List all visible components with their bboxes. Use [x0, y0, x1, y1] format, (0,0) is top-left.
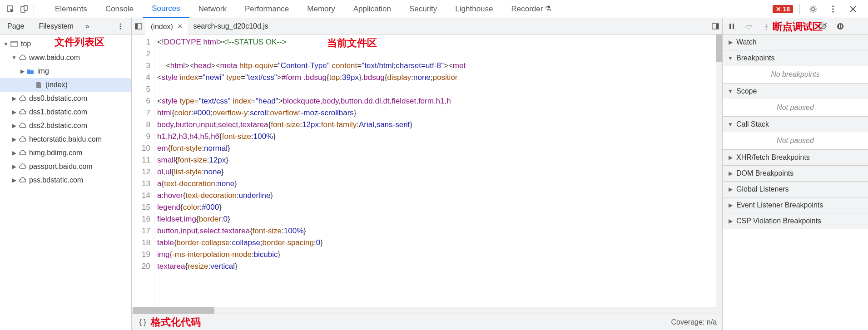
pane-header[interactable]: ▶DOM Breakpoints	[723, 166, 868, 181]
tree-item[interactable]: ▶dss1.bdstatic.com	[0, 105, 131, 119]
panel-tab-performance[interactable]: Performance	[236, 0, 298, 18]
debugger-pane: ▶XHR/fetch Breakpoints	[723, 150, 868, 166]
file-tabs: (index)×search-sug_d20c10d.js	[132, 18, 722, 34]
inspect-element-icon[interactable]	[4, 2, 17, 16]
navigator-menu-icon[interactable]	[109, 23, 131, 30]
panel-tab-console[interactable]: Console	[96, 0, 143, 18]
svg-rect-13	[135, 24, 138, 29]
pane-body: Not paused	[723, 132, 868, 149]
navigator-tab-page[interactable]: Page	[0, 18, 31, 34]
cloud-icon	[18, 108, 26, 116]
file-tab[interactable]: (index)×	[145, 18, 188, 34]
close-tab-icon[interactable]: ×	[178, 22, 183, 31]
tree-item-label: passport.baidu.com	[29, 163, 93, 171]
error-count: 18	[783, 5, 790, 13]
panel-tab-lighthouse[interactable]: Lighthouse	[446, 0, 502, 18]
line-gutter[interactable]: 1234567891011121314151617181920	[132, 34, 154, 307]
tree-item[interactable]: ▶hectorstatic.baidu.com	[0, 133, 131, 146]
pane-body: No breakpoints	[723, 66, 868, 83]
vertical-scrollbar[interactable]	[716, 34, 722, 307]
pretty-print-icon[interactable]: { }	[137, 317, 148, 328]
pane-body: Not paused	[723, 99, 868, 116]
code-area[interactable]: <!DOCTYPE html><!--STATUS OK--> <html><h…	[154, 34, 722, 307]
pane-header[interactable]: ▶Global Listeners	[723, 182, 868, 197]
debugger-pane: ▶CSP Violation Breakpoints	[723, 213, 868, 229]
svg-rect-16	[729, 24, 731, 29]
step-out-icon[interactable]	[777, 20, 790, 33]
tree-item[interactable]: ▼www.baidu.com	[0, 51, 131, 64]
navigator-tab-filesystem[interactable]: Filesystem	[31, 18, 80, 34]
panel-tab-application[interactable]: Application	[344, 0, 400, 18]
pause-on-exceptions-icon[interactable]	[834, 20, 847, 33]
file-tab[interactable]: search-sug_d20c10d.js	[188, 18, 273, 34]
svg-rect-25	[841, 25, 842, 28]
debugger-toolbar	[723, 18, 868, 34]
tree-item[interactable]: ▶dss0.bdstatic.com	[0, 92, 131, 105]
more-menu-icon[interactable]	[826, 2, 840, 16]
error-indicator[interactable]: ✕18	[773, 5, 793, 13]
panel-tab-recorder[interactable]: Recorder ⚗	[502, 0, 561, 18]
svg-rect-24	[839, 25, 840, 28]
pane-header[interactable]: ▶XHR/fetch Breakpoints	[723, 150, 868, 165]
cloud-icon	[18, 163, 26, 171]
debugger-pane: ▼ScopeNot paused	[723, 84, 868, 117]
pane-header[interactable]: ▼Call Stack	[723, 117, 868, 132]
tree-item[interactable]: ▶passport.baidu.com	[0, 160, 131, 173]
source-panel: (index)×search-sug_d20c10d.js 1234567891…	[132, 18, 723, 330]
tree-item[interactable]: ▶pss.bdstatic.com	[0, 173, 131, 187]
code-editor[interactable]: 1234567891011121314151617181920 <!DOCTYP…	[132, 34, 722, 307]
pane-header[interactable]: ▶Event Listener Breakpoints	[723, 197, 868, 213]
pane-header[interactable]: ▶Watch	[723, 34, 868, 50]
panel-tab-security[interactable]: Security	[400, 0, 446, 18]
navigator-tabs-more-icon[interactable]: »	[81, 22, 94, 30]
svg-point-19	[766, 29, 767, 30]
tree-item-label: www.baidu.com	[29, 54, 80, 62]
file-tree: 文件列表区 ▼top▼www.baidu.com▶img(index)▶dss0…	[0, 34, 131, 330]
panel-tab-memory[interactable]: Memory	[298, 0, 344, 18]
tree-item[interactable]: ▶himg.bdimg.com	[0, 146, 131, 160]
separator	[812, 22, 812, 31]
horizontal-scrollbar[interactable]	[132, 307, 722, 314]
deactivate-breakpoints-icon[interactable]	[817, 20, 829, 33]
pause-icon[interactable]	[725, 20, 738, 33]
svg-point-18	[748, 28, 749, 29]
cloud-icon	[18, 54, 26, 62]
tree-item[interactable]: ▶img	[0, 64, 131, 78]
toggle-debugger-icon[interactable]	[709, 22, 722, 30]
step-into-icon[interactable]	[760, 20, 773, 33]
pane-header[interactable]: ▼Breakpoints	[723, 50, 868, 66]
pane-label: Watch	[736, 38, 757, 46]
cloud-icon	[18, 122, 26, 130]
debugger-pane: ▶Watch	[723, 34, 868, 50]
settings-icon[interactable]	[806, 2, 820, 16]
svg-rect-17	[733, 24, 734, 29]
devtools-toolbar: ElementsConsoleSourcesNetworkPerformance…	[0, 0, 868, 18]
debugger-pane: ▼Call StackNot paused	[723, 117, 868, 150]
pane-header[interactable]: ▼Scope	[723, 84, 868, 99]
tree-item[interactable]: ▼top	[0, 37, 131, 51]
editor-status-bar: { } 格式化代码 Coverage: n/a	[132, 314, 722, 330]
svg-point-21	[798, 25, 799, 27]
panel-tab-network[interactable]: Network	[189, 0, 236, 18]
tree-item-label: top	[21, 40, 31, 48]
cloud-icon	[18, 135, 26, 143]
panel-tab-elements[interactable]: Elements	[46, 0, 96, 18]
debugger-panel: 断点调试区 ▶Watch▼BreakpointsNo breakpoints▼S…	[723, 18, 868, 330]
svg-point-3	[812, 8, 814, 10]
navigator-panel: Page Filesystem » 文件列表区 ▼top▼www.baidu.c…	[0, 18, 132, 330]
coverage-status: Coverage: n/a	[671, 318, 717, 326]
svg-point-5	[832, 8, 834, 10]
panel-tab-sources[interactable]: Sources	[143, 0, 189, 18]
step-over-icon[interactable]	[743, 20, 755, 33]
pane-header[interactable]: ▶CSP Violation Breakpoints	[723, 213, 868, 229]
pane-label: CSP Violation Breakpoints	[736, 217, 821, 225]
svg-rect-15	[716, 24, 719, 29]
tree-item-label: pss.bdstatic.com	[29, 176, 83, 184]
close-devtools-icon[interactable]	[846, 2, 860, 16]
tree-item[interactable]: ▶dss2.bdstatic.com	[0, 119, 131, 133]
debugger-pane: ▼BreakpointsNo breakpoints	[723, 50, 868, 84]
tree-item[interactable]: (index)	[0, 78, 131, 92]
device-mode-icon[interactable]	[17, 2, 31, 16]
toggle-navigator-icon[interactable]	[132, 18, 145, 34]
step-icon[interactable]	[794, 20, 807, 33]
